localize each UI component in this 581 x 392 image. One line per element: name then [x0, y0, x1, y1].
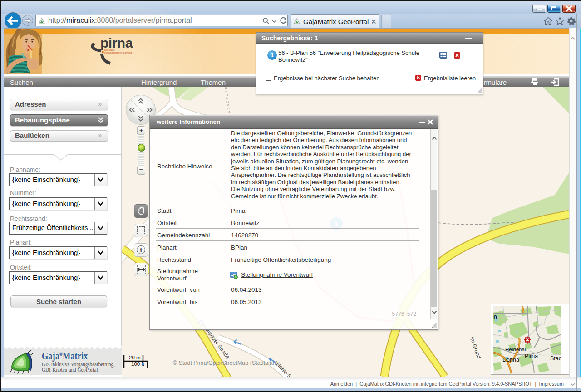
svg-text:Dohna: Dohna [502, 357, 519, 363]
svg-text:zur Sächsischen Schweiz: zur Sächsischen Schweiz [104, 51, 132, 54]
svg-text:Pirna: Pirna [525, 353, 538, 359]
svg-text:Heidenau: Heidenau [505, 347, 527, 352]
svg-text:n: n [493, 313, 497, 320]
svg-text:20 m: 20 m [129, 355, 141, 360]
svg-text:100 ft: 100 ft [131, 361, 145, 367]
svg-text:Die Stadt: Die Stadt [104, 49, 115, 51]
svg-text:© Stadt Pirna/OpenStreetMap (S: © Stadt Pirna/OpenStreetMap (Stadtplan) [173, 360, 278, 366]
svg-text:Stadt: Stadt [550, 355, 561, 362]
